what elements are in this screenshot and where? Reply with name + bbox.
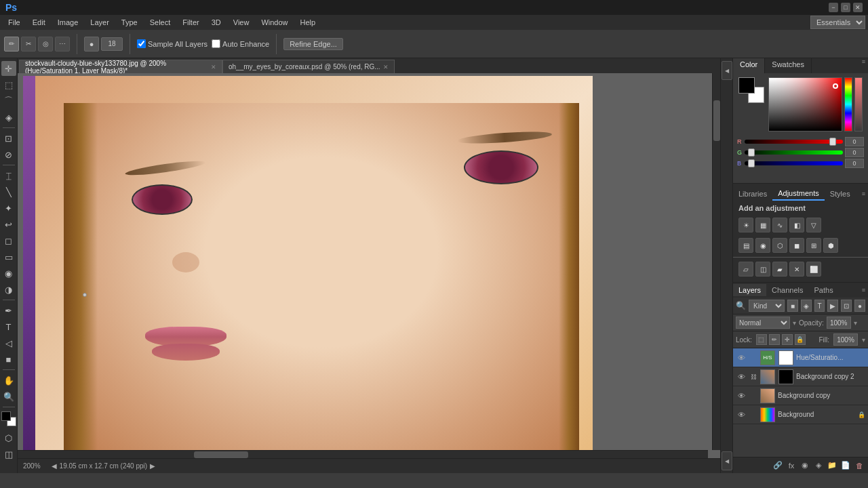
tab-1-close[interactable]: ✕: [211, 64, 216, 70]
menu-window[interactable]: Window: [256, 17, 293, 28]
brush-alt-btn[interactable]: ✂: [21, 37, 36, 52]
adj-panel-collapse[interactable]: ≡: [859, 190, 868, 197]
blur-tool[interactable]: ◉: [1, 266, 16, 281]
shape-tool[interactable]: ■: [1, 352, 16, 367]
adj-invert[interactable]: ▱: [738, 262, 753, 277]
color-tab[interactable]: Color: [733, 58, 765, 73]
layer-adjustment-button[interactable]: ◈: [812, 460, 825, 472]
menu-select[interactable]: Select: [144, 17, 176, 28]
paths-tab[interactable]: Paths: [809, 284, 839, 296]
layer-item-bg[interactable]: 👁 Background 🔒: [733, 405, 868, 424]
layers-panel-collapse[interactable]: ≡: [859, 287, 868, 293]
menu-type[interactable]: Type: [116, 17, 143, 28]
maximize-button[interactable]: □: [841, 3, 850, 12]
b-thumb[interactable]: [748, 159, 755, 167]
move-tool[interactable]: ✛: [1, 61, 16, 76]
panel-toggle-bottom[interactable]: ◀: [722, 451, 732, 470]
menu-image[interactable]: Image: [52, 17, 84, 28]
adj-brightness[interactable]: ☀: [738, 218, 753, 232]
color-picker[interactable]: [768, 77, 842, 131]
h-scrollbar-thumb[interactable]: [194, 451, 248, 458]
filter-pixel-btn[interactable]: ■: [787, 300, 798, 312]
styles-tab[interactable]: Styles: [825, 188, 856, 200]
layer-item-hue-sat[interactable]: 👁 H/S Hue/Saturatio...: [733, 348, 868, 367]
adjustments-tab[interactable]: Adjustments: [772, 187, 825, 201]
sample-all-layers-check[interactable]: [137, 39, 146, 48]
filter-shape-btn[interactable]: ▶: [827, 300, 838, 312]
opacity-input[interactable]: [827, 317, 851, 329]
adj-channel-mixer[interactable]: ⊞: [806, 238, 821, 253]
menu-help[interactable]: Help: [295, 17, 321, 28]
brush-alt2-btn[interactable]: ◎: [38, 37, 53, 52]
filter-type-btn[interactable]: T: [814, 300, 825, 312]
menu-edit[interactable]: Edit: [27, 17, 51, 28]
adj-exposure[interactable]: ◧: [789, 218, 804, 232]
layer-mask-button[interactable]: ◉: [799, 460, 811, 472]
adj-color-balance[interactable]: ◉: [755, 238, 770, 253]
b-value[interactable]: [845, 159, 864, 168]
adj-selective-color[interactable]: ⬜: [806, 262, 821, 277]
extra-tool-1[interactable]: ◫: [1, 447, 16, 462]
layer-new-button[interactable]: 📄: [840, 460, 852, 472]
swatches-tab[interactable]: Swatches: [765, 58, 812, 73]
r-thumb[interactable]: [829, 138, 836, 146]
layer-4-visibility[interactable]: 👁: [736, 409, 747, 420]
refine-edge-button[interactable]: Refine Edge...: [283, 38, 343, 50]
menu-layer[interactable]: Layer: [85, 17, 115, 28]
brush-size-display[interactable]: ●: [84, 37, 99, 52]
hand-tool[interactable]: ✋: [1, 373, 16, 388]
tab-2-close[interactable]: ✕: [383, 64, 389, 70]
layer-2-visibility[interactable]: 👁: [736, 371, 747, 382]
layer-2-chain[interactable]: ⛓: [749, 373, 757, 381]
clone-stamp-tool[interactable]: ✦: [1, 201, 16, 216]
layer-style-button[interactable]: fx: [785, 460, 797, 472]
selection-tool[interactable]: ⬚: [1, 77, 16, 92]
auto-enhance-check[interactable]: [212, 39, 220, 48]
minimize-button[interactable]: −: [829, 3, 838, 12]
b-slider[interactable]: [745, 161, 843, 165]
gradient-tool[interactable]: ▭: [1, 249, 16, 264]
history-brush-tool[interactable]: ↩: [1, 217, 16, 232]
tab-2[interactable]: oh__my_eyes_by_coreaux.psd @ 50% (red, R…: [222, 60, 395, 73]
menu-3d[interactable]: 3D: [206, 17, 226, 28]
fg-color-swatch[interactable]: [1, 411, 11, 421]
brush-tool-btn[interactable]: ✏: [4, 37, 19, 52]
filter-adjustment-btn[interactable]: ◈: [801, 300, 812, 312]
libraries-tab[interactable]: Libraries: [733, 188, 772, 200]
lasso-tool[interactable]: ⌒: [1, 94, 16, 108]
lock-position-btn[interactable]: ✛: [782, 334, 793, 345]
v-scrollbar-thumb[interactable]: [713, 100, 720, 141]
fill-input[interactable]: [833, 333, 858, 346]
lock-pixels-btn[interactable]: ✏: [769, 334, 780, 345]
lock-transparent-btn[interactable]: ⬚: [756, 334, 767, 345]
r-slider[interactable]: [745, 140, 843, 144]
color-panel-collapse[interactable]: ≡: [859, 58, 868, 73]
canvas-viewport[interactable]: [18, 73, 720, 458]
adj-threshold[interactable]: ▰: [772, 262, 787, 277]
quick-select-tool[interactable]: ◈: [1, 110, 16, 125]
layers-tab[interactable]: Layers: [733, 284, 766, 296]
type-tool[interactable]: T: [1, 319, 16, 334]
g-slider[interactable]: [745, 150, 843, 155]
adj-hue-sat[interactable]: ▤: [738, 238, 753, 253]
dodge-tool[interactable]: ◑: [1, 282, 16, 297]
menu-file[interactable]: File: [3, 17, 26, 28]
filter-smartobject-btn[interactable]: ⊡: [841, 300, 852, 312]
close-button[interactable]: ✕: [853, 3, 863, 12]
hue-slider[interactable]: [844, 77, 852, 131]
filter-toggle-btn[interactable]: ●: [854, 300, 865, 312]
g-value[interactable]: [845, 148, 864, 157]
adj-gradient-map[interactable]: ✕: [789, 262, 804, 277]
layer-3-visibility[interactable]: 👁: [736, 390, 747, 401]
layer-link-button[interactable]: 🔗: [772, 460, 784, 472]
menu-view[interactable]: View: [228, 17, 255, 28]
layer-item-bg-copy[interactable]: 👁 Background copy: [733, 386, 868, 405]
adj-posterize[interactable]: ◫: [755, 262, 770, 277]
sample-all-layers-checkbox[interactable]: Sample All Layers: [137, 39, 208, 48]
adj-bw[interactable]: ⬡: [772, 238, 787, 253]
lock-all-btn[interactable]: 🔒: [795, 334, 806, 345]
layer-delete-button[interactable]: 🗑: [853, 460, 865, 472]
panel-toggle-top[interactable]: ◀: [722, 61, 732, 80]
spot-heal-tool[interactable]: ⌶: [1, 168, 16, 183]
v-scrollbar[interactable]: [712, 73, 720, 450]
